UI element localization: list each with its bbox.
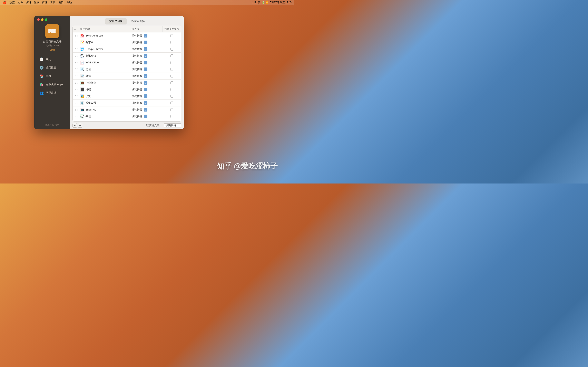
app-name-11: 系统设置 xyxy=(86,101,96,105)
remove-button[interactable]: − xyxy=(78,123,82,128)
checkbox-12[interactable] xyxy=(171,108,173,111)
checkbox-11[interactable] xyxy=(171,101,173,104)
menubar-right: 1191字 🔋 📶 7月27日 周三 17:45 xyxy=(252,1,292,4)
table-header: ... 程序名称 输入法 强制英文符号 xyxy=(73,26,181,33)
default-input-select[interactable]: 搜狗拼音 xyxy=(164,123,181,127)
sidebar-item-learn[interactable]: 📚 学习 xyxy=(36,72,68,80)
purchase-button[interactable]: 订购 xyxy=(50,48,55,52)
row-app-8: 💼 企业微信 xyxy=(78,80,130,86)
menu-window[interactable]: 窗口 xyxy=(58,1,64,4)
sidebar-nav: 📋 规则 ⚙️ 通用设置 📚 学习 🛍️ 更多免费 Apps 👥 问题反馈 xyxy=(34,55,70,121)
table-row: ⋮⋮ 🔎 聚焦 搜狗拼音 ⌄ xyxy=(73,73,181,80)
tab-by-location[interactable]: 按位置切换 xyxy=(127,18,149,24)
row-input-8: 搜狗拼音 ⌄ xyxy=(130,80,163,86)
learn-icon: 📚 xyxy=(39,74,44,78)
dropdown-btn-10[interactable]: ⌄ xyxy=(144,94,147,98)
checkbox-1[interactable] xyxy=(171,34,173,37)
app-window: ⌨ 自动切换输入法 内购版: 2.2.0 订购 📋 规则 ⚙️ 通用设置 📚 学… xyxy=(34,16,184,129)
menu-file[interactable]: 文件 xyxy=(17,1,23,4)
app-name-13: 微信 xyxy=(86,115,91,118)
dropdown-btn-12[interactable]: ⌄ xyxy=(144,108,147,111)
app-name-6: 访达 xyxy=(86,68,91,71)
row-more-3: ⋮⋮ xyxy=(73,47,78,52)
apple-logo[interactable]: 🍎 xyxy=(2,1,7,4)
checkbox-9[interactable] xyxy=(171,88,173,91)
checkbox-7[interactable] xyxy=(171,75,173,77)
row-app-3: 🌐 Google Chrome xyxy=(78,46,130,52)
input-text-11: 搜狗拼音 xyxy=(132,101,142,105)
table-row: ⋮⋮ 💬 腾讯会议 搜狗拼音 ⌄ xyxy=(73,53,181,59)
app-name-12: Bilibili HD xyxy=(86,108,96,111)
menu-tools[interactable]: 工具 xyxy=(50,1,56,4)
dropdown-btn-11[interactable]: ⌄ xyxy=(144,101,147,105)
input-text-8: 搜狗拼音 xyxy=(132,81,142,85)
menubar-left: 🍎 预览 文件 编辑 显示 前往 工具 窗口 帮助 xyxy=(2,1,72,4)
tab-by-app[interactable]: 按程序切换 xyxy=(105,18,127,24)
dropdown-btn-13[interactable]: ⌄ xyxy=(144,115,147,118)
dropdown-btn-6[interactable]: ⌄ xyxy=(144,67,147,71)
dropdown-btn-2[interactable]: ⌄ xyxy=(144,41,147,44)
dropdown-btn-9[interactable]: ⌄ xyxy=(144,88,147,91)
menu-goto[interactable]: 前往 xyxy=(42,1,47,4)
sidebar-item-feedback[interactable]: 👥 问题反馈 xyxy=(36,89,68,97)
menu-display[interactable]: 显示 xyxy=(34,1,39,4)
table-container: ... 程序名称 输入法 强制英文符号 ⋮⋮ 🎯 BetterAndBetter… xyxy=(72,26,181,122)
checkbox-13[interactable] xyxy=(171,115,173,118)
table-row: ⋮⋮ 🎯 BetterAndBetter 简体拼音 ⌄ xyxy=(73,33,181,39)
sidebar-item-general[interactable]: ⚙️ 通用设置 xyxy=(36,64,68,72)
menu-preview[interactable]: 预览 xyxy=(9,1,15,4)
tab-bar: 按程序切换 按位置切换 xyxy=(70,16,184,26)
add-button[interactable]: + xyxy=(72,123,77,128)
row-input-14: 搜狗拼音 ⌄ xyxy=(130,120,163,121)
checkbox-6[interactable] xyxy=(171,68,173,71)
dropdown-btn-3[interactable]: ⌄ xyxy=(144,47,147,51)
row-checkbox-10 xyxy=(163,94,181,99)
table-row: ⋮⋮ 🔍 访达 搜狗拼音 ⌄ xyxy=(73,66,181,73)
row-checkbox-13 xyxy=(163,114,181,119)
app-name-5: WPS Office xyxy=(86,61,99,64)
row-checkbox-8 xyxy=(163,80,181,85)
app-name-4: 腾讯会议 xyxy=(86,54,96,58)
row-more-4: ⋮⋮ xyxy=(73,53,78,58)
table-row: ⋮⋮ 📺 Bilibili HD 搜狗拼音 ⌄ xyxy=(73,106,181,113)
checkbox-10[interactable] xyxy=(171,95,173,98)
dropdown-btn-1[interactable]: ⌄ xyxy=(144,34,147,38)
checkbox-5[interactable] xyxy=(171,61,173,64)
row-input-9: 搜狗拼音 ⌄ xyxy=(130,86,163,92)
dropdown-btn-7[interactable]: ⌄ xyxy=(144,74,147,78)
input-text-1: 简体拼音 xyxy=(132,34,142,38)
checkbox-8[interactable] xyxy=(171,81,173,84)
row-more-13: ⋮⋮ xyxy=(73,114,78,119)
sidebar-label-feedback: 问题反馈 xyxy=(46,91,56,95)
menu-edit[interactable]: 编辑 xyxy=(26,1,31,4)
app-name: 自动切换输入法 xyxy=(43,40,61,43)
dropdown-btn-5[interactable]: ⌄ xyxy=(144,61,147,64)
bottom-actions: + − xyxy=(72,123,82,128)
checkbox-4[interactable] xyxy=(171,54,173,57)
sidebar-label-learn: 学习 xyxy=(46,74,51,78)
input-text-2: 搜狗拼音 xyxy=(132,41,142,44)
row-input-5: 搜狗拼音 ⌄ xyxy=(130,59,163,66)
minimize-button[interactable] xyxy=(41,18,43,21)
row-checkbox-7 xyxy=(163,73,181,79)
app-icon-12: 📺 xyxy=(80,108,84,112)
datetime: 7月27日 周三 17:45 xyxy=(270,1,292,4)
row-checkbox-2 xyxy=(163,40,181,45)
row-app-12: 📺 Bilibili HD xyxy=(78,106,130,113)
row-input-3: 搜狗拼音 ⌄ xyxy=(130,46,163,52)
sidebar-item-rules[interactable]: 📋 规则 xyxy=(36,55,68,63)
menu-help[interactable]: 帮助 xyxy=(67,1,72,4)
th-app-name: 程序名称 xyxy=(78,26,130,32)
checkbox-3[interactable] xyxy=(171,48,173,50)
maximize-button[interactable] xyxy=(45,18,47,21)
dropdown-btn-8[interactable]: ⌄ xyxy=(144,81,147,85)
close-button[interactable] xyxy=(37,18,40,21)
row-app-9: ⬛ 终端 xyxy=(78,86,130,93)
sidebar-item-more-apps[interactable]: 🛍️ 更多免费 Apps xyxy=(36,80,68,89)
dropdown-btn-4[interactable]: ⌄ xyxy=(144,54,147,58)
checkbox-2[interactable] xyxy=(171,41,173,44)
menubar: 🍎 预览 文件 编辑 显示 前往 工具 窗口 帮助 1191字 🔋 📶 7月27… xyxy=(0,0,294,5)
row-checkbox-9 xyxy=(163,87,181,92)
input-text-3: 搜狗拼音 xyxy=(132,48,142,51)
sidebar-label-more-apps: 更多免费 Apps xyxy=(46,83,63,86)
